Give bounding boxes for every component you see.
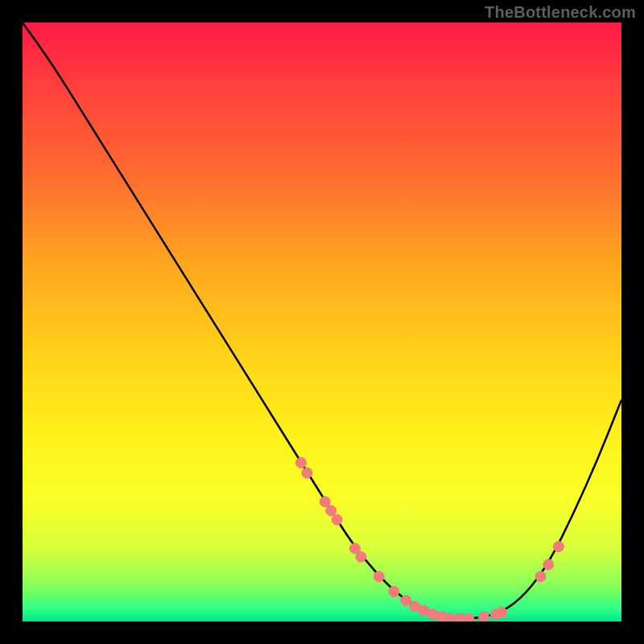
curve-marker [497,607,507,617]
curve-marker [464,613,474,621]
curve-marker [320,497,330,507]
curve-marker [374,572,384,582]
curve-marker [389,586,399,597]
curve-marker [356,551,366,562]
plot-svg [23,23,621,621]
curve-marker [326,506,336,516]
curve-markers [295,457,564,621]
curve-marker [543,559,554,570]
curve-marker [295,457,306,468]
curve-marker [535,572,546,582]
chart-frame: TheBottleneck.com [0,0,644,644]
curve-marker [478,612,489,621]
curve-marker [553,542,564,552]
watermark-label: TheBottleneck.com [485,3,636,22]
curve-marker [332,514,342,525]
bottleneck-curve [23,23,621,618]
curve-marker [302,468,312,478]
curve-marker [401,595,411,605]
plot-gradient-area [23,23,621,621]
